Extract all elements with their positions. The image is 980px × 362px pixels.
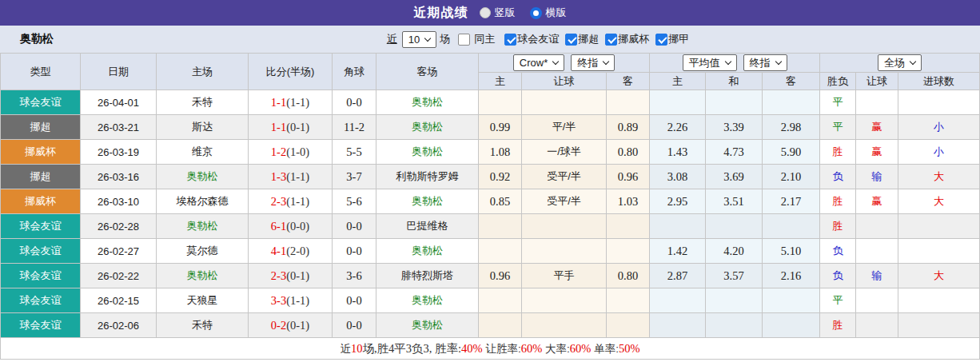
chevron-down-icon	[552, 58, 559, 65]
col-date: 日期	[81, 54, 157, 90]
result-goals: 小	[898, 115, 980, 140]
odds-away: 0.80	[607, 140, 650, 165]
league-checkbox[interactable]	[655, 34, 667, 46]
fulltime-score: 2-3	[271, 269, 286, 282]
odds-handicap: 一/球半	[522, 140, 607, 165]
table-row: 挪超26-03-21斯达1-1(0-1)11-2奥勒松0.99平/半0.892.…	[1, 115, 980, 140]
radio-vertical-label: 竖版	[495, 6, 516, 20]
radio-horizontal-icon[interactable]	[530, 7, 542, 19]
match-type-badge: 挪超	[1, 165, 81, 189]
league-checkbox[interactable]	[504, 34, 516, 46]
odds-handicap	[522, 214, 607, 239]
table-row: 球会友谊26-02-28奥勒松6-1(0-0)0-0巴提维格胜	[1, 214, 980, 239]
summary-segment: 50%	[619, 342, 640, 355]
league-filter-item[interactable]: 球会友谊	[498, 32, 559, 46]
away-team: 腓特烈斯塔	[376, 264, 479, 288]
match-date: 26-04-01	[81, 90, 157, 115]
table-row: 挪超26-03-16奥勒松1-3(1-1)3-7利勒斯特罗姆0.92受平/半0.…	[1, 165, 980, 189]
match-date: 26-03-16	[81, 165, 157, 189]
team-name: 奥勒松	[20, 32, 54, 46]
top-title-bar: 近期战绩 竖版 横版	[0, 0, 980, 26]
odds-home	[479, 90, 522, 115]
average-select[interactable]: 平均值	[683, 54, 737, 71]
score-cell: 3-3(1-1)	[249, 288, 333, 313]
halftime-score: (1-1)	[286, 96, 309, 109]
avg-draw: 3.57	[706, 264, 763, 288]
summary-segment: 10	[351, 342, 363, 355]
summary-row: 近10场,胜4平3负3, 胜率:40% 让胜率:60% 大率:60% 单率:50…	[1, 338, 980, 360]
same-home-checkbox[interactable]	[458, 34, 470, 46]
near-link[interactable]: 近	[387, 32, 397, 46]
away-team: 利勒斯特罗姆	[376, 165, 479, 189]
table-row: 挪威杯26-03-19维京1-2(1-0)5-5奥勒松1.08一/球半0.801…	[1, 140, 980, 165]
score-cell: 2-3(0-1)	[249, 264, 333, 288]
match-type-badge: 球会友谊	[1, 214, 81, 239]
match-date: 26-03-19	[81, 140, 157, 165]
col-avg-draw: 和	[706, 73, 763, 90]
league-checkbox[interactable]	[605, 34, 617, 46]
odds-group-header: Crow* 终指	[479, 54, 650, 73]
col-avg-away: 客	[763, 73, 820, 90]
odds-away: 0.80	[607, 264, 650, 288]
score-cell: 6-1(0-0)	[249, 214, 333, 239]
league-filter-item[interactable]: 挪甲	[649, 32, 689, 46]
odds-stage-select[interactable]: 终指	[571, 54, 615, 71]
radio-vertical-icon[interactable]	[480, 7, 491, 18]
chevron-down-icon	[603, 58, 609, 65]
league-filter-item[interactable]: 挪威杯	[599, 32, 649, 46]
match-rows: 球会友谊26-04-01禾特1-1(1-1)0-0奥勒松平挪超26-03-21斯…	[1, 90, 980, 338]
home-team: 埃格尔森德	[157, 189, 249, 214]
avg-draw: 4.73	[706, 140, 763, 165]
result-wdl: 负	[820, 264, 856, 288]
table-row: 球会友谊26-02-27莫尔德4-1(2-0)0-0奥勒松1.424.205.1…	[1, 239, 980, 264]
odds-away	[607, 288, 650, 313]
match-type-badge: 球会友谊	[1, 288, 81, 313]
table-header-selects-row: 类型 日期 主场 比分(半场) 角球 客场 Crow* 终指	[1, 54, 980, 73]
result-wdl: 胜	[820, 189, 856, 214]
fulltime-select[interactable]: 全场	[878, 54, 922, 71]
avg-away: 2.17	[763, 189, 820, 214]
match-type-badge: 球会友谊	[1, 90, 81, 115]
halftime-score: (1-1)	[286, 195, 309, 208]
summary-segment: 让胜率:	[483, 343, 521, 355]
match-type-badge: 球会友谊	[1, 239, 81, 264]
odds-home: 1.08	[479, 140, 522, 165]
radio-vertical-layout[interactable]: 竖版	[480, 6, 516, 20]
col-home: 主场	[157, 54, 249, 90]
fulltime-score: 2-3	[271, 195, 286, 208]
result-goals: 大	[898, 189, 980, 214]
result-wdl: 胜	[820, 214, 856, 239]
match-date: 26-02-28	[81, 214, 157, 239]
result-goals	[898, 90, 980, 115]
match-date: 26-03-21	[81, 115, 157, 140]
score-cell: 2-3(1-1)	[249, 189, 333, 214]
odds-away	[607, 214, 650, 239]
col-result-goals: 进球数	[898, 73, 980, 90]
table-row: 球会友谊26-02-22奥勒松2-3(0-1)3-6腓特烈斯塔0.96平手0.8…	[1, 264, 980, 288]
chevron-down-icon	[775, 58, 781, 65]
result-handicap	[856, 239, 898, 264]
result-wdl: 平	[820, 288, 856, 313]
match-date: 26-02-27	[81, 239, 157, 264]
league-filter-item[interactable]: 挪超	[559, 32, 599, 46]
result-handicap: 赢	[856, 189, 898, 214]
away-team: 奥勒松	[376, 189, 479, 214]
home-team: 禾特	[157, 313, 249, 338]
odds-away: 1.03	[607, 189, 650, 214]
radio-horizontal-layout[interactable]: 横版	[530, 6, 567, 20]
away-team: 奥勒松	[376, 288, 479, 313]
league-checkbox[interactable]	[565, 34, 577, 46]
summary-segment: 单率:	[591, 343, 619, 355]
result-wdl: 平	[820, 115, 856, 140]
avg-home: 2.87	[650, 264, 706, 288]
bookmaker-select[interactable]: Crow*	[513, 54, 564, 71]
odds-away	[607, 90, 650, 115]
avg-draw	[706, 313, 763, 338]
avg-away: 2.10	[763, 165, 820, 189]
near-count-select[interactable]: 10	[402, 31, 436, 48]
avg-away	[763, 313, 820, 338]
match-type-badge: 挪威杯	[1, 189, 81, 214]
away-team: 奥勒松	[376, 313, 479, 338]
result-goals: 大	[898, 264, 980, 288]
avg-stage-select[interactable]: 终指	[743, 54, 787, 71]
